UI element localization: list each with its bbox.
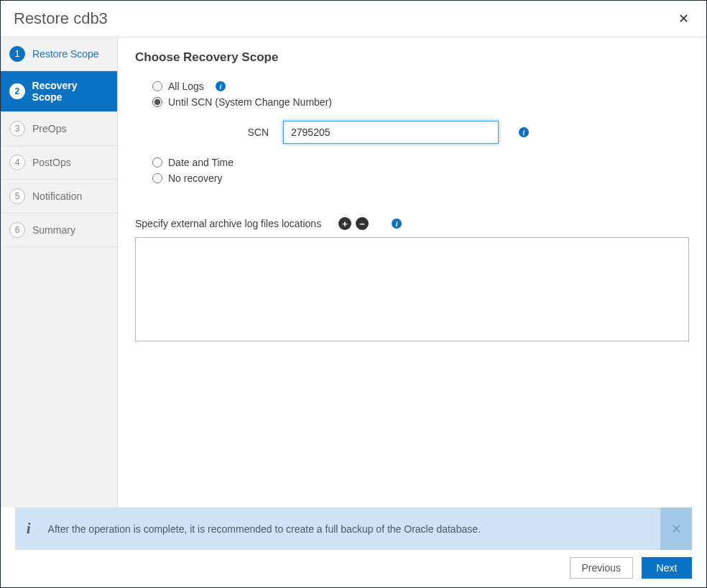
option-label-until-scn: Until SCN (System Change Number) xyxy=(168,96,332,108)
archive-locations-list[interactable] xyxy=(135,237,689,341)
step-restore-scope[interactable]: 1 Restore Scope xyxy=(1,37,117,71)
main-content: Choose Recovery Scope All Logs i Until S… xyxy=(118,37,706,507)
info-banner-text: After the operation is complete, it is r… xyxy=(48,523,481,535)
scn-input[interactable] xyxy=(283,121,499,144)
step-number: 1 xyxy=(9,46,25,62)
step-number: 4 xyxy=(9,155,25,170)
page-title: Choose Recovery Scope xyxy=(135,50,689,65)
info-icon[interactable]: i xyxy=(392,219,402,229)
step-label: PreOps xyxy=(32,123,66,134)
previous-button[interactable]: Previous xyxy=(570,557,633,579)
banner-close-icon[interactable]: ✕ xyxy=(660,507,692,550)
radio-date-time[interactable] xyxy=(152,157,162,167)
step-notification[interactable]: 5 Notification xyxy=(1,180,117,213)
step-summary[interactable]: 6 Summary xyxy=(1,213,117,247)
next-button[interactable]: Next xyxy=(642,557,692,579)
step-recovery-scope[interactable]: 2 Recovery Scope xyxy=(1,71,117,112)
wizard-buttons: Previous Next xyxy=(1,557,706,587)
step-number: 6 xyxy=(9,222,25,238)
window-title: Restore cdb3 xyxy=(14,9,108,28)
scn-label: SCN xyxy=(240,127,269,138)
option-label-date-time: Date and Time xyxy=(168,157,234,168)
step-label: Recovery Scope xyxy=(32,80,108,103)
info-icon[interactable]: i xyxy=(519,127,529,137)
step-label: Summary xyxy=(32,224,75,236)
step-label: Restore Scope xyxy=(32,48,99,60)
step-number: 5 xyxy=(9,188,25,204)
step-label: Notification xyxy=(32,190,82,202)
option-label-all-logs: All Logs xyxy=(168,81,204,92)
add-location-icon[interactable]: + xyxy=(338,217,351,230)
titlebar: Restore cdb3 ✕ xyxy=(1,1,706,37)
radio-until-scn[interactable] xyxy=(152,97,162,107)
step-number: 3 xyxy=(9,121,25,137)
external-archive-label: Specify external archive log files locat… xyxy=(135,218,321,229)
close-icon[interactable]: ✕ xyxy=(674,11,693,27)
remove-location-icon[interactable]: − xyxy=(356,217,369,230)
info-banner-icon: i xyxy=(27,520,31,537)
step-postops[interactable]: 4 PostOps xyxy=(1,146,117,180)
radio-all-logs[interactable] xyxy=(152,81,162,91)
step-label: PostOps xyxy=(32,157,71,168)
recovery-options: All Logs i Until SCN (System Change Numb… xyxy=(135,81,689,188)
step-preops[interactable]: 3 PreOps xyxy=(1,112,117,146)
radio-no-recovery[interactable] xyxy=(152,173,162,183)
info-icon[interactable]: i xyxy=(216,81,226,91)
step-number: 2 xyxy=(9,83,25,99)
option-label-no-recovery: No recovery xyxy=(168,173,222,184)
wizard-sidebar: 1 Restore Scope 2 Recovery Scope 3 PreOp… xyxy=(1,37,118,507)
info-banner: i After the operation is complete, it is… xyxy=(15,507,692,550)
